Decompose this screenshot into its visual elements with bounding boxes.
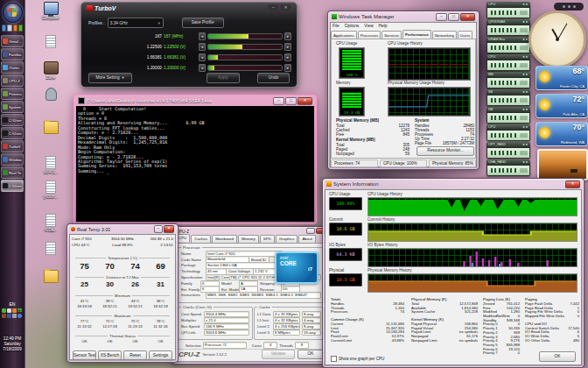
apply-button[interactable]: Apply — [206, 73, 240, 83]
slider-track[interactable] — [207, 54, 283, 60]
slider-track[interactable] — [207, 44, 283, 50]
quicklaunch-icon[interactable] — [2, 25, 6, 32]
ok-button[interactable]: OK — [539, 351, 576, 362]
realtemp-button[interactable]: XS Bench — [98, 350, 122, 360]
taskbar-button[interactable]: Facebo... — [1, 48, 24, 60]
tab[interactable]: Caches — [191, 235, 211, 243]
validate-button[interactable]: Validate — [262, 350, 295, 359]
taskbar-button[interactable]: C:\Users... — [1, 180, 24, 192]
menu-item[interactable]: View — [364, 24, 373, 28]
turbov-titlebar[interactable]: TurboV – ✕ — [81, 3, 297, 14]
undo-button[interactable]: Undo — [257, 73, 290, 83]
minimize-button[interactable]: – — [268, 4, 279, 12]
close-button[interactable]: ✕ — [565, 180, 580, 188]
processor-selection-dropdown[interactable]: Processor #1 — [203, 342, 247, 349]
menu-item[interactable]: Options — [345, 24, 360, 28]
taskbar-button[interactable]: Real Te... — [1, 166, 24, 179]
tray-icon[interactable] — [2, 314, 6, 318]
slider-increase-button[interactable]: ► — [284, 64, 291, 72]
maximize-button[interactable]: □ — [448, 13, 459, 21]
volume-icon[interactable] — [12, 314, 17, 318]
desktop-icon[interactable] — [37, 88, 65, 102]
picture-gadget[interactable] — [537, 149, 588, 180]
more-setting-button[interactable]: More Setting▼ — [88, 73, 132, 83]
sensor-meter-gadget[interactable]: OPT_FAN1●● — [486, 142, 530, 159]
minimize-button[interactable]: – — [273, 97, 284, 105]
taskbar-button[interactable]: iTunes — [1, 61, 24, 74]
network-icon[interactable] — [18, 314, 22, 318]
sensor-meter-gadget[interactable]: CPU●● — [486, 124, 530, 141]
menu-item[interactable]: File — [332, 24, 340, 28]
taskbar-button[interactable]: Window... — [1, 153, 24, 166]
weather-gadget[interactable]: 70° Redmond, WA — [536, 122, 588, 146]
save-profile-button[interactable]: Save Profile — [182, 18, 224, 28]
firefox-icon[interactable] — [13, 25, 18, 32]
minimize-button[interactable] — [306, 228, 315, 234]
taskbar-button[interactable]: C:\Users... — [1, 114, 24, 126]
desktop-icon[interactable]: Computer — [37, 2, 65, 20]
realtemp-button[interactable]: Reset — [123, 350, 147, 360]
taskbar-button[interactable]: TurboV — [1, 140, 24, 152]
tab[interactable]: Mainboard — [212, 235, 237, 243]
language-indicator[interactable]: EN — [0, 301, 24, 307]
tab[interactable]: Memory — [238, 235, 259, 243]
close-button[interactable]: ✕ — [164, 225, 174, 233]
sensor-meter-gadget[interactable]: CHA_FAN2●● — [486, 159, 530, 176]
close-button[interactable]: ✕ — [298, 97, 312, 105]
taskbar-button[interactable]: C:\Users... — [1, 127, 24, 139]
ok-button[interactable]: OK — [298, 350, 324, 359]
taskbar-clock[interactable]: 12:49 PM Saturday 7/18/2009 — [0, 336, 24, 352]
minimize-button[interactable]: – — [154, 225, 163, 233]
tab[interactable]: Performance — [402, 30, 431, 39]
realtemp-titlebar[interactable]: Real Temp 3.00 –✕ — [67, 224, 178, 234]
weather-gadget[interactable]: 68° Foster City, CA — [536, 66, 588, 90]
one-graph-per-cpu-checkbox[interactable]: Show one graph per CPU — [331, 356, 384, 362]
resource-monitor-button[interactable]: Resource Monitor... — [416, 146, 474, 156]
console-titlebar[interactable]: C:\Users\Ushio\Desktop\y-cruncher v0.4.1… — [74, 96, 316, 106]
slider-track[interactable] — [207, 33, 283, 39]
minimize-button[interactable]: – — [436, 13, 447, 21]
sensor-meter-gadget[interactable]: CPU●● — [486, 54, 530, 71]
sensor-meter-gadget[interactable]: DRAM Bus●● — [486, 37, 530, 53]
desktop-icon[interactable]: Zune — [37, 61, 65, 80]
slider-decrease-button[interactable]: ◄ — [199, 64, 206, 72]
desktop-icon[interactable] — [37, 270, 65, 284]
slider-track[interactable] — [207, 65, 283, 71]
tray-icon[interactable] — [7, 314, 11, 318]
tray-icon[interactable] — [7, 308, 11, 313]
tab[interactable]: SPD — [260, 235, 275, 243]
slider-increase-button[interactable]: ► — [284, 43, 291, 51]
menu-item[interactable]: Help — [379, 24, 388, 28]
slider-decrease-button[interactable]: ◄ — [199, 43, 206, 51]
slider-decrease-button[interactable]: ◄ — [199, 53, 206, 61]
realtemp-button[interactable]: Settings — [149, 350, 172, 360]
slider-decrease-button[interactable]: ◄ — [199, 32, 206, 40]
profile-dropdown[interactable]: 3.34 GHz ▼ — [108, 18, 164, 28]
clock-gadget[interactable] — [528, 11, 586, 68]
sensor-meter-gadget[interactable]: MB●● — [486, 72, 530, 88]
desktop-icon[interactable]: v0.4.1... — [37, 156, 65, 174]
sensor-meter-gadget[interactable]: NB●● — [486, 107, 530, 124]
taskbar-button[interactable]: System I... — [1, 101, 24, 113]
tray-temp-icon[interactable]: 75 — [18, 308, 22, 313]
slider-increase-button[interactable]: ► — [284, 53, 291, 61]
quicklaunch-icon[interactable] — [7, 25, 11, 32]
maximize-button[interactable]: □ — [285, 97, 297, 105]
taskbar-button[interactable]: Gmail -... — [1, 35, 24, 47]
weather-gadget[interactable]: 72° Palo Alto, CA — [536, 94, 588, 118]
close-button[interactable]: ✕ — [280, 4, 291, 12]
sensor-meter-gadget[interactable]: SB●● — [486, 89, 530, 106]
taskbar-button[interactable]: Process... — [1, 88, 24, 100]
realtemp-button[interactable]: Sensor Test — [73, 350, 96, 360]
tab[interactable]: About — [298, 235, 315, 243]
close-button[interactable]: ✕ — [460, 13, 475, 21]
quicklaunch-icon[interactable] — [18, 25, 23, 32]
tab[interactable]: Graphics — [276, 235, 298, 243]
sysinfo-titlebar[interactable]: System Information ✕ — [323, 179, 584, 189]
slider-increase-button[interactable]: ► — [284, 32, 291, 40]
desktop-icon[interactable] — [37, 35, 65, 49]
desktop-icon[interactable] — [37, 121, 65, 135]
cpuz-titlebar[interactable]: CPU-Z — [172, 227, 330, 235]
sensor-meter-gadget[interactable]: QPI/DRAM●● — [486, 19, 530, 36]
taskmgr-titlebar[interactable]: Windows Task Manager –□✕ — [328, 11, 479, 22]
